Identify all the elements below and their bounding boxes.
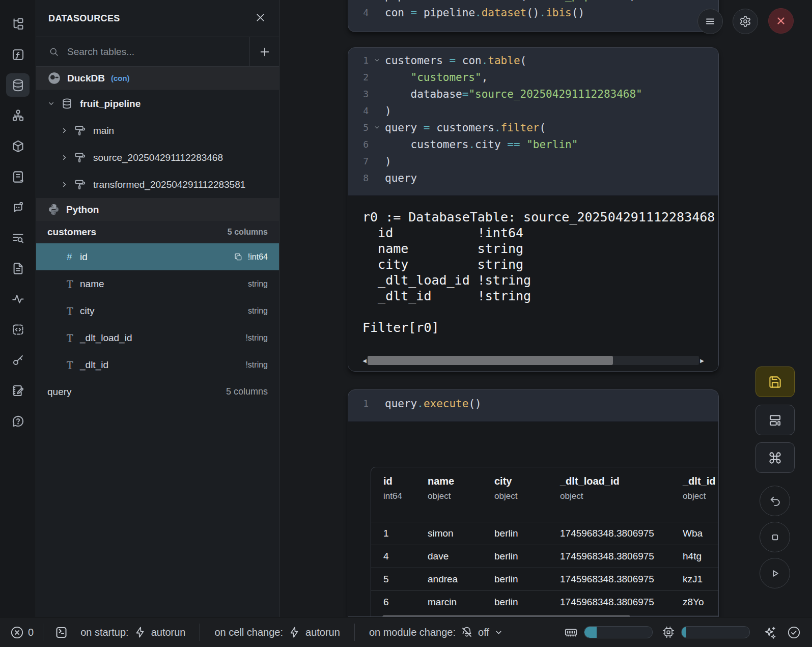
scroll-left-icon[interactable]: ◀ [361,356,368,365]
function-icon[interactable] [6,43,30,66]
table-row[interactable]: 4daveberlin1745968348.3806975h4tg [371,545,719,568]
schema-icon [74,179,86,190]
terminal-button[interactable] [54,626,68,639]
table-row[interactable]: 5andreaberlin1745968348.3806975kzJ1 [371,568,719,591]
python-section[interactable]: Python [36,198,279,221]
customers-column-list: #id!int64TnamestringTcitystringT_dlt_loa… [36,243,279,378]
error-counter[interactable]: 0 [10,626,34,639]
snippets-icon[interactable] [6,318,30,341]
close-panel-icon[interactable] [255,12,266,25]
connection-duckdb[interactable]: DuckDB (con) [36,67,279,90]
run-button[interactable] [760,558,790,588]
scratchpad-scroll-icon[interactable] [6,165,30,188]
code-line[interactable]: 1query.execute() [348,395,718,412]
connection-status[interactable] [787,626,801,639]
add-datasource-button[interactable] [249,37,279,66]
column-item-city[interactable]: Tcitystring [36,297,279,324]
code-cell-3[interactable]: 1query.execute() idint64nameobjectcityob… [348,389,719,617]
hamburger-icon [704,15,716,27]
connection-name: DuckDB [67,73,105,84]
table-customers-header[interactable]: customers 5 columns [36,221,279,243]
documentation-icon[interactable] [6,257,30,280]
schema-item[interactable]: transformed_202504291112283581 [36,171,279,198]
chevron-right-icon [61,181,68,188]
code-cell-1[interactable]: 3pipeline = dlt.attach("fruit_pipeline")… [348,0,719,32]
ram-usage[interactable] [564,626,653,639]
file-tree-icon[interactable] [6,12,30,36]
schema-item[interactable]: source_202504291112283468 [36,144,279,171]
fold-icon[interactable] [374,57,380,64]
copy-icon[interactable] [234,252,243,262]
line-number: 5 [348,122,369,133]
schema-item[interactable]: main [36,117,279,144]
settings-button[interactable] [733,9,758,34]
cpu-usage[interactable] [662,626,750,639]
table-column-header[interactable]: nameobject [428,475,494,501]
fold-icon[interactable] [374,124,380,131]
table-row[interactable]: 6marcinberlin1745968348.3806975z8Yo [371,591,719,613]
code-line[interactable]: 2 "customers", [348,69,718,86]
code-line[interactable]: 3 database="source_202504291112283468" [348,86,718,102]
code-line[interactable]: 3pipeline = dlt.attach("fruit_pipeline") [348,0,718,4]
packages-icon[interactable] [6,134,30,158]
python-section-label: Python [66,204,99,215]
code-cell-2[interactable]: 1customers = con.table(2 "customers",3 d… [348,47,719,372]
chatbot-icon[interactable] [6,195,30,219]
help-icon[interactable] [6,409,30,433]
table-column-header[interactable]: cityobject [494,475,560,501]
sparkles-icon [763,626,777,639]
table-column-header[interactable]: _dlt_load_idobject [560,475,683,501]
interrupt-button[interactable] [760,522,790,552]
code-line[interactable]: 4con = pipeline.dataset().ibis() [348,4,718,21]
memory-icon [564,626,578,639]
save-button[interactable] [755,367,795,397]
tracing-icon[interactable] [6,287,30,311]
cell-menu-button[interactable] [697,9,723,34]
table-column-header[interactable]: idint64 [383,475,428,501]
code-line[interactable]: 6 customers.city == "berlin" [348,136,718,153]
dependency-graph-icon[interactable] [6,104,30,127]
column-item-_dlt_id[interactable]: T_dlt_id!string [36,351,279,378]
notebook-edit-icon[interactable] [6,379,30,402]
code-line[interactable]: 7) [348,153,718,170]
save-icon [768,375,782,389]
ai-assist-button[interactable] [763,626,777,639]
scroll-right-icon[interactable]: ▶ [699,356,705,365]
text-type-icon: T [67,305,80,317]
plus-icon [259,46,270,58]
column-item-name[interactable]: Tnamestring [36,270,279,297]
column-item-_dlt_load_id[interactable]: T_dlt_load_id!string [36,324,279,351]
keyboard-shortcuts-button[interactable] [755,442,795,473]
database-name: fruit_pipeline [80,98,141,109]
on-cell-change-setting[interactable]: on cell change: autorun [214,626,340,638]
table-column-header[interactable]: _dlt_idobject [683,475,719,501]
stop-icon [769,531,781,544]
undo-button[interactable] [760,486,790,516]
code-line[interactable]: 5query = customers.filter( [348,119,718,136]
table-row[interactable]: 1simonberlin1745968348.3806975Wba [371,522,719,545]
bell-off-icon [461,626,473,638]
line-number: 6 [348,139,369,150]
secrets-key-icon[interactable] [6,348,30,372]
on-module-change-setting[interactable]: on module change: off [369,626,503,638]
database-item[interactable]: fruit_pipeline [36,90,279,117]
code-line[interactable]: 1customers = con.table( [348,52,718,69]
schema-list: mainsource_202504291112283468transformed… [36,117,279,198]
zap-icon [288,626,300,638]
text-type-icon: T [67,332,80,344]
table-query-header[interactable]: query 5 columns [36,378,279,405]
code-line[interactable]: 4) [348,102,718,119]
datasources-panel: DATASOURCES Search tables... DuckDB (con… [36,0,279,617]
on-startup-setting[interactable]: on startup: autorun [80,626,185,638]
gear-icon [739,15,751,27]
shutdown-button[interactable] [768,8,794,34]
search-placeholder: Search tables... [67,46,134,58]
line-number: 3 [348,89,369,99]
output-hscrollbar[interactable]: ◀ ▶ [361,356,705,365]
layout-toggle-button[interactable] [755,405,795,435]
search-input[interactable]: Search tables... [36,37,249,66]
code-line[interactable]: 8query [348,170,718,186]
column-item-id[interactable]: #id!int64 [36,243,279,270]
datasources-icon[interactable] [6,73,30,97]
logs-search-icon[interactable] [6,226,30,249]
